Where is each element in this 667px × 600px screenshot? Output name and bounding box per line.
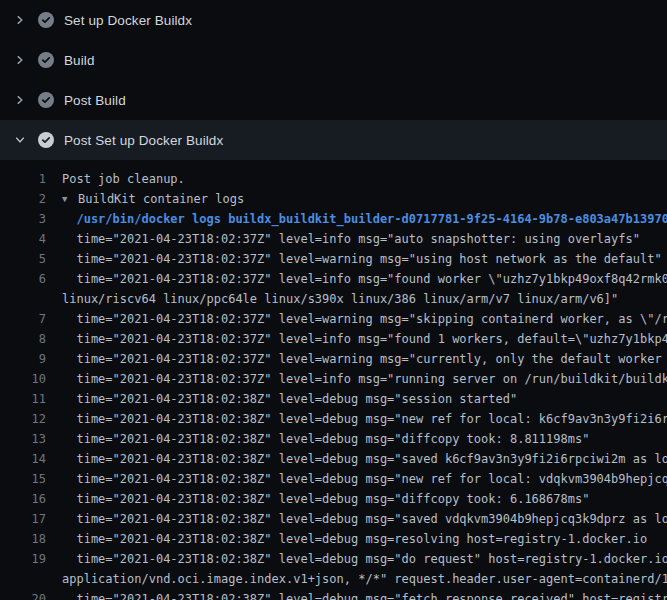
- chevron-right-icon[interactable]: [13, 53, 27, 67]
- log-text: time="2021-04-23T18:02:38Z" level=debug …: [62, 392, 517, 406]
- log-text: application/vnd.oci.image.index.v1+json,…: [62, 572, 667, 586]
- check-circle-icon: [38, 12, 54, 28]
- log-row: 20 time="2021-04-23T18:02:38Z" level=deb…: [0, 589, 667, 600]
- log-row: 7 time="2021-04-23T18:02:37Z" level=warn…: [0, 309, 667, 329]
- log-row: 9 time="2021-04-23T18:02:37Z" level=warn…: [0, 349, 667, 369]
- log-text: time="2021-04-23T18:02:38Z" level=debug …: [62, 492, 589, 506]
- log-text: time="2021-04-23T18:02:37Z" level=info m…: [62, 332, 667, 346]
- log-line-content: time="2021-04-23T18:02:38Z" level=debug …: [46, 389, 517, 409]
- log-viewer: 1Post job cleanup.2▼BuildKit container l…: [0, 160, 667, 600]
- log-row: 11 time="2021-04-23T18:02:38Z" level=deb…: [0, 389, 667, 409]
- log-text: time="2021-04-23T18:02:38Z" level=debug …: [62, 452, 667, 466]
- line-number[interactable]: 5: [0, 249, 46, 269]
- log-row: 14 time="2021-04-23T18:02:38Z" level=deb…: [0, 449, 667, 469]
- log-line-content: time="2021-04-23T18:02:38Z" level=debug …: [46, 529, 647, 549]
- check-circle-icon: [38, 92, 54, 108]
- line-number: [0, 569, 46, 589]
- line-number[interactable]: 13: [0, 429, 46, 449]
- log-text: time="2021-04-23T18:02:38Z" level=debug …: [62, 512, 667, 526]
- log-row: 13 time="2021-04-23T18:02:38Z" level=deb…: [0, 429, 667, 449]
- log-text: linux/riscv64 linux/ppc64le linux/s390x …: [62, 292, 618, 306]
- line-number[interactable]: 11: [0, 389, 46, 409]
- log-row: 2▼BuildKit container logs: [0, 189, 667, 209]
- log-line-content: time="2021-04-23T18:02:38Z" level=debug …: [46, 549, 667, 569]
- log-line-content: time="2021-04-23T18:02:38Z" level=debug …: [46, 429, 589, 449]
- log-line-content: time="2021-04-23T18:02:37Z" level=warnin…: [46, 309, 667, 329]
- log-line-content: time="2021-04-23T18:02:37Z" level=info m…: [46, 369, 667, 389]
- line-number[interactable]: 8: [0, 329, 46, 349]
- log-row: 16 time="2021-04-23T18:02:38Z" level=deb…: [0, 489, 667, 509]
- line-number[interactable]: 9: [0, 349, 46, 369]
- collapse-triangle-icon[interactable]: ▼: [62, 189, 78, 209]
- line-number: [0, 289, 46, 309]
- line-number[interactable]: 3: [0, 209, 46, 229]
- log-text: time="2021-04-23T18:02:38Z" level=debug …: [62, 432, 589, 446]
- log-line-content: time="2021-04-23T18:02:37Z" level=info m…: [46, 329, 667, 349]
- log-line-content: time="2021-04-23T18:02:38Z" level=debug …: [46, 469, 667, 489]
- log-text: time="2021-04-23T18:02:38Z" level=debug …: [62, 592, 667, 600]
- log-row: 10 time="2021-04-23T18:02:37Z" level=inf…: [0, 369, 667, 389]
- log-text: time="2021-04-23T18:02:37Z" level=info m…: [62, 232, 640, 246]
- log-row: 18 time="2021-04-23T18:02:38Z" level=deb…: [0, 529, 667, 549]
- log-lines: 1Post job cleanup.2▼BuildKit container l…: [0, 169, 667, 600]
- log-line-content: time="2021-04-23T18:02:38Z" level=debug …: [46, 589, 667, 600]
- step-section-label: Set up Docker Buildx: [64, 13, 192, 28]
- log-text: time="2021-04-23T18:02:37Z" level=warnin…: [62, 252, 662, 266]
- line-number[interactable]: 17: [0, 509, 46, 529]
- log-text: time="2021-04-23T18:02:38Z" level=debug …: [62, 552, 667, 566]
- log-text: time="2021-04-23T18:02:37Z" level=info m…: [62, 372, 667, 386]
- log-line-content: time="2021-04-23T18:02:38Z" level=debug …: [46, 489, 589, 509]
- log-line-content: time="2021-04-23T18:02:38Z" level=debug …: [46, 509, 667, 529]
- log-text: time="2021-04-23T18:02:38Z" level=debug …: [62, 532, 647, 546]
- line-number[interactable]: 2: [0, 189, 46, 209]
- line-number[interactable]: 18: [0, 529, 46, 549]
- check-circle-icon: [38, 132, 54, 148]
- step-section-post-build[interactable]: Post Build: [0, 80, 667, 120]
- line-number[interactable]: 14: [0, 449, 46, 469]
- log-row: 3 /usr/bin/docker logs buildx_buildkit_b…: [0, 209, 667, 229]
- step-section-build[interactable]: Build: [0, 40, 667, 80]
- line-number[interactable]: 7: [0, 309, 46, 329]
- step-section-post-setup-docker-buildx[interactable]: Post Set up Docker Buildx: [0, 120, 667, 160]
- log-row: 19 time="2021-04-23T18:02:38Z" level=deb…: [0, 549, 667, 569]
- log-row: 6 time="2021-04-23T18:02:37Z" level=info…: [0, 269, 667, 289]
- line-number[interactable]: 19: [0, 549, 46, 569]
- step-section-label: Post Build: [64, 93, 126, 108]
- log-text: time="2021-04-23T18:02:37Z" level=info m…: [62, 272, 667, 286]
- log-text: BuildKit container logs: [78, 192, 244, 206]
- step-section-label: Post Set up Docker Buildx: [64, 133, 223, 148]
- log-line-content: /usr/bin/docker logs buildx_buildkit_bui…: [46, 209, 667, 229]
- log-line-content: time="2021-04-23T18:02:38Z" level=debug …: [46, 449, 667, 469]
- log-line-content: time="2021-04-23T18:02:37Z" level=warnin…: [46, 349, 667, 369]
- check-circle-icon: [38, 52, 54, 68]
- line-number[interactable]: 1: [0, 169, 46, 189]
- log-line-content: linux/riscv64 linux/ppc64le linux/s390x …: [46, 289, 618, 309]
- line-number[interactable]: 12: [0, 409, 46, 429]
- log-text: Post job cleanup.: [62, 172, 185, 186]
- log-text: time="2021-04-23T18:02:37Z" level=warnin…: [62, 352, 667, 366]
- log-row: 1Post job cleanup.: [0, 169, 667, 189]
- log-line-content: time="2021-04-23T18:02:37Z" level=info m…: [46, 229, 640, 249]
- line-number[interactable]: 15: [0, 469, 46, 489]
- log-line-content: Post job cleanup.: [46, 169, 185, 189]
- log-row: 8 time="2021-04-23T18:02:37Z" level=info…: [0, 329, 667, 349]
- line-number[interactable]: 20: [0, 589, 46, 600]
- log-row: 12 time="2021-04-23T18:02:38Z" level=deb…: [0, 409, 667, 429]
- log-row: application/vnd.oci.image.index.v1+json,…: [0, 569, 667, 589]
- line-number[interactable]: 16: [0, 489, 46, 509]
- log-line-content: time="2021-04-23T18:02:37Z" level=warnin…: [46, 249, 662, 269]
- log-text: /usr/bin/docker logs buildx_buildkit_bui…: [62, 212, 667, 226]
- log-text: time="2021-04-23T18:02:37Z" level=warnin…: [62, 312, 667, 326]
- log-line-content: time="2021-04-23T18:02:38Z" level=debug …: [46, 409, 667, 429]
- step-section-setup-docker-buildx[interactable]: Set up Docker Buildx: [0, 0, 667, 40]
- log-line-content: time="2021-04-23T18:02:37Z" level=info m…: [46, 269, 667, 289]
- chevron-down-icon[interactable]: [13, 133, 27, 147]
- chevron-right-icon[interactable]: [13, 13, 27, 27]
- log-line-content: ▼BuildKit container logs: [46, 189, 244, 209]
- log-row: 5 time="2021-04-23T18:02:37Z" level=warn…: [0, 249, 667, 269]
- line-number[interactable]: 10: [0, 369, 46, 389]
- line-number[interactable]: 4: [0, 229, 46, 249]
- step-section-label: Build: [64, 53, 95, 68]
- chevron-right-icon[interactable]: [13, 93, 27, 107]
- line-number[interactable]: 6: [0, 269, 46, 289]
